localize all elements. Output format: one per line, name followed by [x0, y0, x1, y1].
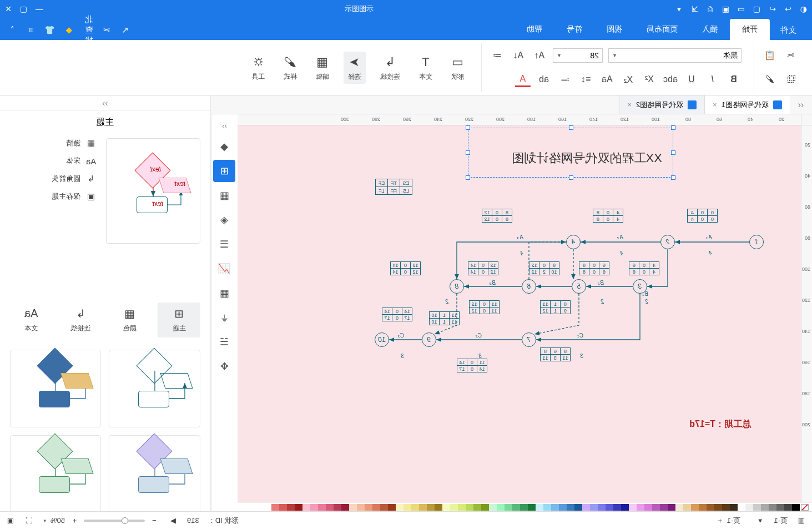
clear-format-icon[interactable]: ≕ [490, 48, 505, 63]
tools-menu[interactable]: ⛭工具 [247, 52, 269, 84]
color-swatch[interactable] [613, 504, 621, 511]
color-swatch[interactable] [349, 504, 357, 511]
tab-help[interactable]: 帮助 [515, 19, 554, 40]
theme-thumb[interactable] [109, 350, 201, 427]
color-swatch[interactable] [419, 504, 427, 511]
network-node[interactable]: 9 [422, 332, 436, 347]
color-swatch[interactable] [357, 504, 365, 511]
bold-icon[interactable]: B [726, 72, 742, 87]
color-swatch[interactable] [473, 504, 481, 511]
color-swatch[interactable] [637, 504, 644, 511]
color-swatch[interactable] [380, 504, 388, 511]
color-swatch[interactable] [660, 504, 668, 511]
color-swatch[interactable] [372, 504, 380, 511]
color-swatch[interactable] [318, 504, 326, 511]
grid-icon[interactable]: ⌗ [26, 24, 37, 36]
undo-icon[interactable]: ↩ [768, 4, 778, 14]
table-icon[interactable]: ▦ [214, 282, 236, 304]
color-swatch[interactable] [528, 504, 536, 511]
color-swatch[interactable] [411, 504, 419, 511]
connector-tool[interactable]: ↳连接线 [376, 52, 405, 84]
color-swatch[interactable] [761, 504, 769, 511]
edit-tool[interactable]: ▦编辑 [311, 52, 334, 84]
color-swatch[interactable] [388, 504, 396, 511]
fit-icon[interactable]: ▣ [6, 516, 16, 526]
color-swatch[interactable] [598, 504, 606, 511]
network-node[interactable]: 2 [660, 235, 675, 249]
font-color-icon[interactable]: A [515, 72, 531, 87]
list-icon[interactable]: ≔ [557, 72, 573, 87]
select-tool[interactable]: ➤选择 [344, 52, 366, 84]
color-palette[interactable] [238, 502, 812, 511]
color-swatch[interactable] [582, 504, 590, 511]
font-family-select[interactable]: 黑体 ▼ [608, 48, 742, 63]
color-swatch[interactable] [536, 504, 543, 511]
theme-tab[interactable]: ⊞主题 [158, 303, 200, 337]
underline-icon[interactable]: U [684, 72, 699, 87]
color-swatch[interactable] [738, 504, 745, 511]
color-swatch[interactable] [458, 504, 466, 511]
color-swatch[interactable] [450, 504, 458, 511]
color-swatch[interactable] [279, 504, 287, 511]
zoom-in-icon[interactable]: ＋ [69, 516, 79, 526]
save-icon[interactable]: ▣ [721, 4, 731, 14]
network-node[interactable]: 7 [522, 332, 536, 347]
document-tab[interactable]: 双代号网络图1 × [704, 95, 790, 114]
color-swatch[interactable] [520, 504, 528, 511]
text-tool[interactable]: T文本 [415, 52, 437, 84]
scissors-icon[interactable]: ✂ [101, 24, 112, 36]
fullscreen-icon[interactable]: ⛶ [24, 516, 34, 526]
network-node[interactable]: 10 [375, 332, 389, 347]
crop-icon[interactable]: ✥ [214, 355, 236, 377]
layers-icon[interactable]: ◈ [214, 209, 236, 231]
color-swatch[interactable] [776, 504, 784, 511]
tab-start[interactable]: 开始 [730, 19, 770, 40]
color-swatch[interactable] [675, 504, 683, 511]
color-swatch[interactable] [365, 504, 372, 511]
shrink-font-icon[interactable]: A↓ [511, 48, 526, 63]
zoom-value[interactable]: 50% [51, 516, 65, 525]
color-swatch[interactable] [435, 504, 442, 511]
color-swatch[interactable] [629, 504, 637, 511]
color-swatch[interactable] [497, 504, 505, 511]
page-indicator-left[interactable]: 页-1 [774, 516, 788, 526]
paint-bucket-icon[interactable]: ◆ [214, 135, 236, 158]
minimize-icon[interactable]: — [34, 4, 44, 14]
color-swatch[interactable] [567, 504, 574, 511]
tab-insert[interactable]: 插入 [690, 19, 730, 40]
color-swatch[interactable] [310, 504, 318, 511]
more-dropdown-icon[interactable]: ▾ [674, 4, 684, 14]
color-swatch[interactable] [271, 504, 279, 511]
chevron-up-icon[interactable]: ˄ [7, 24, 18, 36]
play-icon[interactable]: ▶ [168, 516, 178, 526]
color-swatch[interactable] [326, 504, 334, 511]
color-swatch[interactable] [644, 504, 652, 511]
color-swatch[interactable] [683, 504, 691, 511]
network-node[interactable]: 5 [572, 279, 586, 294]
vip-badge-icon[interactable]: ◆ [63, 24, 74, 36]
print-icon[interactable]: ⎙ [705, 4, 715, 14]
color-swatch[interactable] [652, 504, 660, 511]
pages-layout-icon[interactable]: ▥ [796, 516, 806, 526]
color-swatch[interactable] [769, 504, 776, 511]
subscript-icon[interactable]: X₂ [621, 72, 636, 87]
theme-thumb[interactable] [109, 435, 201, 512]
image-icon[interactable]: ▦ [214, 184, 236, 206]
open-file-icon[interactable]: ▭ [737, 4, 747, 14]
chart-icon[interactable]: 📈 [214, 258, 236, 280]
redo-icon[interactable]: ↪ [783, 4, 793, 14]
color-swatch[interactable] [442, 504, 450, 511]
highlight-icon[interactable]: ab [536, 72, 552, 87]
color-swatch[interactable] [295, 504, 302, 511]
chevron-down-icon[interactable]: ▾ [43, 518, 46, 523]
color-swatch[interactable] [745, 504, 753, 511]
superscript-icon[interactable]: X² [642, 72, 657, 87]
color-swatch[interactable] [334, 504, 341, 511]
close-tab-icon[interactable]: × [713, 100, 717, 109]
color-swatch[interactable] [784, 504, 792, 511]
document-tab[interactable]: 双代号网络图2 × [619, 95, 704, 114]
new-file-icon[interactable]: ▢ [752, 4, 762, 14]
network-node[interactable]: 1 [749, 235, 764, 249]
font-size-select[interactable]: 28 ▼ [553, 48, 603, 63]
panel-collapse-icon[interactable]: ›› [0, 95, 210, 111]
